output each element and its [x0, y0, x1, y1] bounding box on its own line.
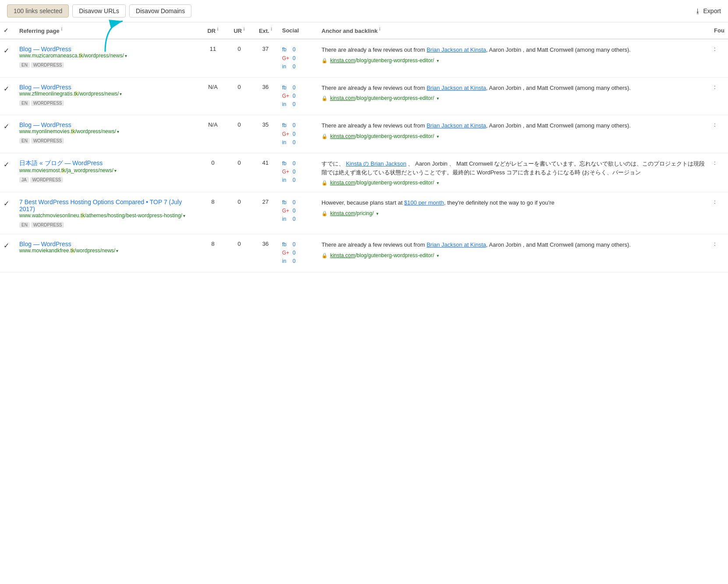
backlink-dropdown-icon[interactable]: ▾	[437, 253, 439, 258]
tag-label: WORDPRESS	[30, 177, 64, 183]
row-checkbox[interactable]: ✓	[0, 77, 16, 115]
lock-icon: 🔒	[322, 58, 328, 63]
page-title-link[interactable]: Blog — WordPress	[19, 241, 71, 248]
social-in-row: in 0	[282, 138, 315, 147]
fb-label: fb	[282, 121, 291, 130]
anchor-backlink-cell: There are already a few reviews out from…	[318, 39, 710, 77]
social-in-row: in 0	[282, 215, 315, 223]
in-count: 0	[293, 63, 296, 71]
check-icon: ✓	[4, 161, 9, 168]
url-prefix: www.myonlinemovies.	[19, 128, 71, 134]
url-dropdown-icon[interactable]: ▾	[120, 92, 122, 96]
row-checkbox[interactable]: ✓	[0, 115, 16, 153]
row-checkbox[interactable]: ✓	[0, 192, 16, 234]
fb-count: 0	[293, 159, 296, 168]
url-prefix: www.muzicaromaneasca.	[19, 53, 79, 59]
ur-value: 0	[237, 84, 240, 90]
dr-value: 8	[211, 241, 214, 247]
fb-label: fb	[282, 198, 291, 207]
social-cell: fb 0 G+ 0 in 0	[279, 77, 318, 115]
ur-value: 0	[237, 159, 240, 166]
ext-cell: 36	[252, 77, 279, 115]
url-dropdown-icon[interactable]: ▾	[183, 213, 185, 218]
gplus-count: 0	[293, 249, 296, 257]
anchor-link[interactable]: Brian Jackson at Kinsta	[427, 241, 486, 248]
backlink-url-link[interactable]: kinsta.com	[330, 210, 355, 216]
selected-count-badge: 100 links selected	[7, 4, 69, 18]
backlink-url-link[interactable]: kinsta.com	[330, 252, 355, 258]
disavow-urls-button[interactable]: Disavow URLs	[72, 4, 126, 18]
backlink-url-link[interactable]: kinsta.com	[330, 95, 355, 101]
page-url[interactable]: www.muzicaromaneasca.tk/wordpress/news/▾	[19, 53, 196, 59]
lock-icon: 🔒	[322, 253, 328, 258]
page-title-link[interactable]: Blog — WordPress	[19, 84, 71, 91]
backlink-dropdown-icon[interactable]: ▾	[437, 181, 439, 185]
social-fb-row: fb 0	[282, 46, 315, 54]
row-checkbox[interactable]: ✓	[0, 153, 16, 192]
page-url[interactable]: www.zfilmeonlinegratis.tk/wordpress/news…	[19, 91, 196, 97]
page-url[interactable]: www.watchmoviesonlineu.tk/athemes/hostin…	[19, 212, 196, 219]
url-highlight: tk	[71, 248, 74, 254]
found-cell: :	[710, 39, 728, 77]
page-url[interactable]: www.moviekandkfree.tk/wordpress/news/▾	[19, 248, 196, 254]
backlink-dropdown-icon[interactable]: ▾	[376, 211, 378, 216]
backlink-url-suffix: /blog/gutenberg-wordpress-editor/	[355, 57, 434, 64]
url-dropdown-icon[interactable]: ▾	[114, 168, 117, 173]
url-suffix: /athemes/hosting/best-wordpress-hosting/	[85, 212, 182, 219]
tag-label: JA	[19, 177, 29, 183]
disavow-domains-button[interactable]: Disavow Domains	[129, 4, 191, 18]
found-value: :	[714, 84, 716, 90]
ur-cell: 0	[226, 234, 252, 273]
page-title-link[interactable]: 日本語 « ブログ — WordPress	[19, 159, 102, 166]
page-url[interactable]: www.myonlinemovies.tk/wordpress/news/▾	[19, 128, 196, 134]
anchor-link[interactable]: Brian Jackson at Kinsta	[427, 85, 486, 91]
backlink-dropdown-icon[interactable]: ▾	[437, 58, 439, 63]
backlink-dropdown-icon[interactable]: ▾	[437, 134, 439, 139]
dr-cell: 8	[200, 192, 226, 234]
social-gplus-row: G+ 0	[282, 92, 315, 100]
header-checkbox[interactable]: ✓	[0, 22, 16, 39]
url-dropdown-icon[interactable]: ▾	[116, 248, 118, 253]
anchor-link[interactable]: Brian Jackson at Kinsta	[427, 46, 486, 53]
anchor-link[interactable]: Brian Jackson at Kinsta	[427, 122, 486, 129]
export-button[interactable]: ⭳ Export	[695, 7, 721, 14]
tag-label: WORDPRESS	[31, 138, 64, 144]
fb-label: fb	[282, 46, 291, 54]
check-all-icon: ✓	[4, 27, 8, 34]
tag-label: EN	[19, 62, 30, 68]
page-title-link[interactable]: 7 Best WordPress Hosting Options Compare…	[19, 198, 182, 212]
anchor-link[interactable]: $100 per month	[404, 199, 444, 206]
social-in-row: in 0	[282, 63, 315, 71]
url-dropdown-icon[interactable]: ▾	[125, 53, 127, 58]
url-dropdown-icon[interactable]: ▾	[117, 129, 119, 134]
table-row: ✓ Blog — WordPress www.muzicaromaneasca.…	[0, 39, 728, 77]
in-label: in	[282, 100, 291, 109]
anchor-text: There are already a few reviews out from…	[322, 121, 707, 130]
social-gplus-row: G+ 0	[282, 168, 315, 176]
page-title-link[interactable]: Blog — WordPress	[19, 46, 71, 53]
backlink-dropdown-icon[interactable]: ▾	[437, 96, 439, 101]
ext-value: 35	[262, 121, 269, 128]
ext-value: 41	[262, 159, 269, 166]
anchor-link[interactable]: Kinsta の Brian Jackson	[346, 160, 406, 167]
url-highlight: tk	[61, 167, 65, 173]
tag-label: EN	[19, 138, 30, 144]
gplus-label: G+	[282, 92, 291, 100]
backlink-url-link[interactable]: kinsta.com	[330, 57, 355, 64]
backlink-url-link[interactable]: kinsta.com	[330, 180, 355, 186]
page-url[interactable]: www.moviesmost.tk/ja_wordpress/news/▾	[19, 167, 196, 173]
gplus-label: G+	[282, 207, 291, 215]
header-anchor-backlink: Anchor and backlink i	[318, 22, 710, 39]
page-title-link[interactable]: Blog — WordPress	[19, 121, 71, 128]
backlink-url-row: 🔒 kinsta.com/pricing/ ▾	[322, 210, 707, 216]
ur-cell: 0	[226, 77, 252, 115]
row-checkbox[interactable]: ✓	[0, 39, 16, 77]
backlink-url-row: 🔒 kinsta.com/blog/gutenberg-wordpress-ed…	[322, 133, 707, 139]
row-checkbox[interactable]: ✓	[0, 234, 16, 273]
header-social: Social	[279, 22, 318, 39]
dr-cell: N/A	[200, 115, 226, 153]
referring-page-cell: Blog — WordPress www.moviekandkfree.tk/w…	[16, 234, 200, 273]
anchor-text: However, because plans start at $100 per…	[322, 198, 707, 207]
backlink-url-link[interactable]: kinsta.com	[330, 133, 355, 139]
ur-value: 0	[237, 241, 240, 247]
